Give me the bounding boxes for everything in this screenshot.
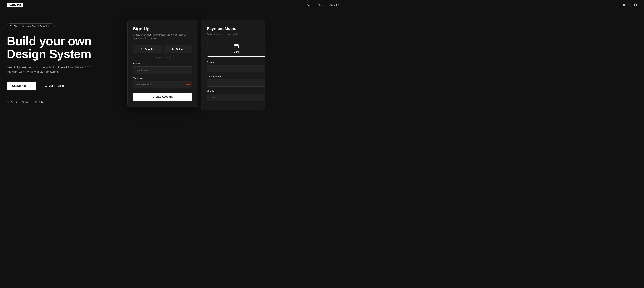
card-number-group: Card Number <box>207 75 265 87</box>
email-group: E-Mail <box>133 62 192 74</box>
owner-group: Owner <box>207 61 265 72</box>
google-button[interactable]: G Google <box>133 45 162 53</box>
payment-subtitle: Add a payment meth subscription. <box>207 33 265 36</box>
password-visibility-icon[interactable] <box>186 84 190 85</box>
payment-card: Payment Metho Add a payment meth subscri… <box>201 20 265 110</box>
create-account-button[interactable]: Create Account <box>133 92 192 101</box>
payment-methods: Card <box>207 41 265 57</box>
figma-badge[interactable]: Checkout the new Park UI Figma Kit → <box>7 23 55 29</box>
logo-text: PARK <box>8 4 16 6</box>
payment-title: Payment Metho <box>207 26 265 31</box>
solid-icon: S <box>35 100 37 104</box>
figma-icon <box>10 25 12 27</box>
card-method-icon <box>234 44 239 49</box>
signup-card: Sign Up Create an account and discover t… <box>128 20 198 107</box>
cards-area: Sign Up Create an account and discover t… <box>128 20 265 110</box>
navigation: PARK UI Docs Blocks React ▾ ⇄ ☾ <box>0 0 644 10</box>
nav-icons: ⇄ ☾ <box>623 3 637 7</box>
or-divider: or sign up with <box>133 56 192 59</box>
month-group: Month Month January February March April… <box>207 90 265 101</box>
logo-box: PARK UI <box>7 3 23 7</box>
google-icon: G <box>141 48 143 51</box>
svg-point-2 <box>45 86 46 87</box>
month-select[interactable]: Month January February March April May J… <box>207 94 265 101</box>
hero-buttons: Get Started → Make it yours <box>7 82 118 90</box>
get-started-button[interactable]: Get Started → <box>7 82 36 90</box>
email-input-wrapper <box>133 66 192 74</box>
svg-rect-3 <box>234 45 239 48</box>
logo[interactable]: PARK UI <box>7 3 23 7</box>
figma-badge-text: Checkout the new Park UI Figma Kit → <box>14 25 52 27</box>
svg-point-1 <box>46 86 46 86</box>
card-method-label: Card <box>234 50 239 53</box>
framework-solid: S Solid <box>35 100 44 104</box>
settings-icon[interactable]: ⇄ <box>623 3 625 7</box>
nav-docs[interactable]: Docs <box>306 4 312 6</box>
nav-framework-dropdown[interactable]: React ▾ <box>330 3 339 6</box>
hero-description: Beautifully designed components built wi… <box>7 65 94 74</box>
email-input[interactable] <box>133 66 192 74</box>
theme-icon[interactable]: ☾ <box>628 3 631 7</box>
month-label: Month <box>207 90 265 92</box>
card-method-button[interactable]: Card <box>207 41 265 57</box>
signup-subtitle: Create an account and discover the world… <box>133 33 192 40</box>
github-button[interactable]: GitHub <box>164 45 192 53</box>
card-number-label: Card Number <box>207 75 265 78</box>
password-input[interactable] <box>133 81 192 88</box>
password-group: Password <box>133 77 192 88</box>
payment-card-wrapper: Payment Metho Add a payment meth subscri… <box>201 20 265 110</box>
github-icon[interactable] <box>634 3 637 7</box>
svg-point-0 <box>45 85 46 85</box>
logo-badge: UI <box>17 4 21 6</box>
vue-icon: V <box>22 100 24 104</box>
hero-title: Build your own Design System <box>7 35 118 60</box>
password-label: Password <box>133 77 192 79</box>
make-it-yours-button[interactable]: Make it yours <box>39 82 70 90</box>
react-icon: ⚛ <box>7 100 10 104</box>
email-label: E-Mail <box>133 62 192 65</box>
nav-blocks[interactable]: Blocks <box>318 4 325 6</box>
signup-title: Sign Up <box>133 26 192 31</box>
owner-label: Owner <box>207 61 265 63</box>
nav-links: Docs Blocks React ▾ <box>306 3 339 6</box>
main-content: Checkout the new Park UI Figma Kit → Bui… <box>0 10 644 288</box>
password-input-wrapper <box>133 81 192 88</box>
hero-section: Checkout the new Park UI Figma Kit → Bui… <box>7 20 118 104</box>
social-buttons: G Google GitHub <box>133 45 192 53</box>
owner-input[interactable] <box>207 65 265 72</box>
framework-react: ⚛ React <box>7 100 17 104</box>
github-button-icon <box>172 47 174 51</box>
sliders-icon <box>44 85 47 87</box>
month-select-wrapper: Month January February March April May J… <box>207 94 265 101</box>
framework-vue: V Vue <box>22 100 30 104</box>
card-number-input[interactable] <box>207 79 265 87</box>
framework-list: ⚛ React V Vue S Solid <box>7 100 118 104</box>
